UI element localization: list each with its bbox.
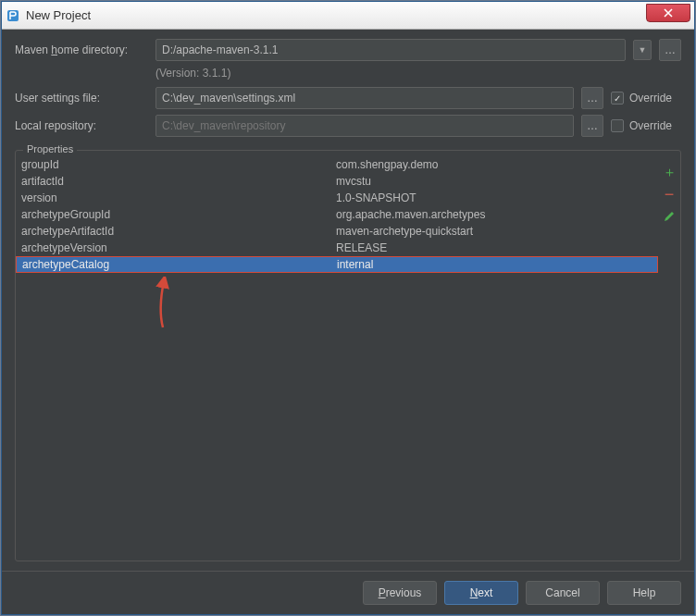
properties-table[interactable]: groupIdcom.shengpay.demoartifactIdmvcstu… [16,156,658,561]
app-icon [6,8,20,23]
close-button[interactable] [646,4,690,22]
dialog-window: New Project Maven home directory: D:/apa… [1,1,695,615]
property-value: mvcstu [336,175,652,188]
help-button[interactable]: Help [607,581,681,605]
property-key: archetypeCatalog [22,258,337,271]
property-value: 1.0-SNAPSHOT [336,191,652,204]
local-repo-row: Local repository: C:\dev_maven\repositor… [15,115,681,137]
property-value: org.apache.maven.archetypes [336,208,652,221]
window-title: New Project [26,8,91,22]
override-repo-wrap: Override [611,119,681,132]
cancel-button[interactable]: Cancel [526,581,600,605]
maven-home-browse-button[interactable]: … [659,39,681,61]
user-settings-field[interactable]: C:\dev_maven\settings.xml [155,87,574,109]
property-row[interactable]: archetypeGroupIdorg.apache.maven.archety… [16,206,658,223]
property-key: archetypeArtifactId [21,225,336,238]
property-value: internal [337,258,652,271]
property-key: artifactId [21,175,336,188]
maven-home-value: D:/apache-maven-3.1.1 [162,43,278,56]
properties-title: Properties [23,143,77,154]
property-row[interactable]: artifactIdmvcstu [16,173,658,190]
dialog-footer: Previous Next Cancel Help [2,571,694,614]
maven-home-dropdown[interactable]: ▼ [633,40,652,60]
properties-actions: ＋ − [658,156,680,561]
property-key: archetypeGroupId [21,208,336,221]
user-settings-row: User settings file: C:\dev_maven\setting… [15,87,681,109]
override-settings-label: Override [629,92,672,105]
override-repo-label: Override [629,119,672,132]
maven-home-combo[interactable]: D:/apache-maven-3.1.1 [155,39,626,61]
property-row[interactable]: version1.0-SNAPSHOT [16,190,658,206]
maven-home-label: Maven home directory: [15,43,148,56]
property-row[interactable]: archetypeVersionRELEASE [16,240,658,256]
property-key: groupId [21,158,336,171]
titlebar: New Project [2,2,694,30]
dialog-body: Maven home directory: D:/apache-maven-3.… [2,30,694,571]
property-value: RELEASE [336,241,652,254]
property-value: com.shengpay.demo [336,158,652,171]
user-settings-label: User settings file: [15,92,148,105]
maven-home-row: Maven home directory: D:/apache-maven-3.… [15,39,681,61]
local-repo-label: Local repository: [15,119,148,132]
override-settings-checkbox[interactable]: ✓ [611,92,624,105]
property-row[interactable]: archetypeArtifactIdmaven-archetype-quick… [16,223,658,240]
property-row[interactable]: groupIdcom.shengpay.demo [16,156,658,173]
local-repo-browse-button[interactable]: … [581,115,603,137]
next-button[interactable]: Next [444,581,518,605]
override-settings-wrap: ✓ Override [611,92,681,105]
edit-property-button[interactable] [661,208,677,225]
property-key: version [21,191,336,204]
previous-button[interactable]: Previous [363,581,437,605]
override-repo-checkbox[interactable] [611,119,624,132]
local-repo-field[interactable]: C:\dev_maven\repository [155,115,574,137]
property-row[interactable]: archetypeCataloginternal [16,256,658,273]
property-key: archetypeVersion [21,241,336,254]
maven-version-text: (Version: 3.1.1) [155,67,681,80]
add-property-button[interactable]: ＋ [661,164,677,180]
remove-property-button[interactable]: − [661,186,677,203]
window-controls [646,4,690,22]
user-settings-browse-button[interactable]: … [581,87,603,109]
property-value: maven-archetype-quickstart [336,225,652,238]
properties-panel: Properties groupIdcom.shengpay.demoartif… [15,150,681,561]
